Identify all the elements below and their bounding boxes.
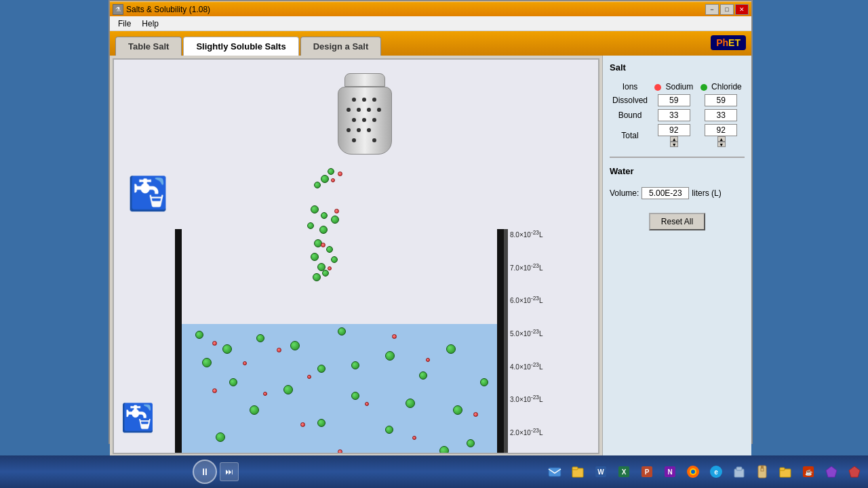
taskbar-icon-excel[interactable]: X <box>613 461 635 483</box>
taskbar-icon-files2[interactable] <box>728 461 750 483</box>
svg-marker-25 <box>826 466 837 477</box>
chloride-bound-input[interactable] <box>705 109 737 121</box>
faucet-bottom[interactable]: 🚰 <box>121 402 155 434</box>
tab-design-salt[interactable]: Design a Salt <box>300 37 382 56</box>
chloride-total-up[interactable]: ▲ <box>717 136 726 142</box>
bound-label: Bound <box>610 108 650 123</box>
svg-point-13 <box>691 470 695 474</box>
tab-slightly-soluble[interactable]: Slightly Soluble Salts <box>183 37 298 56</box>
sodium-dissolved-cell <box>650 93 697 108</box>
salt-section-title: Salt <box>610 62 745 73</box>
sodium-bound-cell <box>650 108 697 123</box>
app-icon: ⚗ <box>113 4 123 15</box>
step-button[interactable]: ⏭ <box>220 462 239 481</box>
sodium-dissolved-input[interactable] <box>658 94 690 106</box>
svg-rect-20 <box>761 468 764 471</box>
maximize-button[interactable]: □ <box>720 4 734 15</box>
scale-mark-6: 6.0×10-23L <box>510 295 542 304</box>
dissolved-label: Dissolved <box>610 93 650 108</box>
beaker-right-wall <box>497 229 504 454</box>
tab-table-salt[interactable]: Table Salt <box>115 37 182 56</box>
volume-label: Volume: <box>610 188 639 198</box>
minimize-button[interactable]: − <box>705 4 719 15</box>
scale-mark-2: 2.0×10-23L <box>510 427 542 436</box>
sodium-dot <box>654 84 661 91</box>
menu-bar: File Help <box>110 16 751 31</box>
svg-text:X: X <box>622 468 627 476</box>
sodium-total-input[interactable] <box>658 124 690 136</box>
water-section-title: Water <box>610 166 745 176</box>
chloride-total-spinner[interactable]: ▲ ▼ <box>717 136 726 147</box>
sodium-header: Sodium <box>650 81 697 93</box>
water-body <box>182 324 497 454</box>
salt-table: Ions Sodium Chloride Dissolved <box>610 81 745 148</box>
simulation-area: 🚰 🚰 <box>113 58 599 454</box>
svg-text:☕: ☕ <box>805 468 813 476</box>
svg-text:N: N <box>667 468 672 476</box>
taskbar-icon-zip[interactable] <box>751 461 773 483</box>
taskbar-icon-java[interactable]: ☕ <box>797 461 819 483</box>
phet-logo: PhET <box>711 35 746 50</box>
volume-input[interactable] <box>642 187 689 199</box>
taskbar-icon-word[interactable]: W <box>590 461 612 483</box>
taskbar-icon-ie[interactable]: e <box>705 461 727 483</box>
salt-shaker <box>324 73 406 175</box>
scale-mark-8: 8.0×10-23L <box>510 229 542 239</box>
svg-rect-2 <box>572 467 578 470</box>
sodium-total-spinner[interactable]: ▲ ▼ <box>670 136 678 147</box>
chloride-bound-cell <box>698 108 745 123</box>
svg-rect-19 <box>761 466 764 468</box>
title-bar: ⚗ Salts & Solubility (1.08) − □ ✕ <box>110 1 751 16</box>
taskbar-icon-folder[interactable] <box>774 461 796 483</box>
tab-bar: Table Salt Slightly Soluble Salts Design… <box>110 31 751 56</box>
app-window: ⚗ Salts & Solubility (1.08) − □ ✕ File H… <box>108 0 753 444</box>
chloride-dissolved-cell <box>698 93 745 108</box>
chloride-total-down[interactable]: ▼ <box>717 142 726 147</box>
sodium-total-cell: ▲ ▼ <box>650 123 697 148</box>
svg-text:W: W <box>597 468 604 476</box>
menu-file[interactable]: File <box>113 18 136 30</box>
taskbar-icon-powerpoint[interactable]: P <box>636 461 658 483</box>
chloride-header: Chloride <box>698 81 745 93</box>
chloride-dot <box>701 84 707 91</box>
scale-mark-4: 4.0×10-23L <box>510 361 542 371</box>
taskbar-icon-firefox[interactable] <box>682 461 704 483</box>
faucet-top[interactable]: 🚰 <box>127 175 168 213</box>
beaker-left-wall <box>175 229 182 454</box>
total-label: Total <box>610 123 650 148</box>
title-text: Salts & Solubility (1.08) <box>126 5 210 14</box>
svg-marker-26 <box>849 466 860 477</box>
sodium-total-up[interactable]: ▲ <box>670 136 678 142</box>
scale-mark-5: 5.0×10-23L <box>510 328 542 338</box>
close-button[interactable]: ✕ <box>735 4 749 15</box>
scale-marks: 8.0×10-23L 7.0×10-23L 6.0×10-23L 5.0×10-… <box>510 229 542 454</box>
pause-button[interactable]: ⏸ <box>193 460 217 484</box>
sodium-bound-input[interactable] <box>658 109 690 121</box>
svg-rect-22 <box>780 468 785 470</box>
chloride-total-input[interactable] <box>705 124 737 136</box>
svg-text:e: e <box>714 468 718 476</box>
ions-header: Ions <box>610 81 650 93</box>
volume-unit: liters (L) <box>692 188 721 198</box>
svg-text:P: P <box>645 468 650 476</box>
scale-mark-3: 3.0×10-23L <box>510 394 542 403</box>
scale-mark-7: 7.0×10-23L <box>510 262 542 272</box>
taskbar-icon-gem2[interactable] <box>844 461 865 483</box>
svg-rect-17 <box>736 467 742 470</box>
taskbar-icon-files[interactable] <box>567 461 589 483</box>
svg-rect-0 <box>549 468 561 476</box>
chloride-total-cell: ▲ ▼ <box>698 123 745 148</box>
reset-all-button[interactable]: Reset All <box>649 213 705 230</box>
taskbar: ⏸ ⏭ W X P N e ☕ <box>0 455 868 488</box>
main-content: 🚰 🚰 <box>110 56 751 457</box>
taskbar-icon-email[interactable] <box>544 461 566 483</box>
right-panel: Salt Ions Sodium Chloride <box>602 56 751 457</box>
taskbar-icon-gem1[interactable] <box>821 461 842 483</box>
sodium-total-down[interactable]: ▼ <box>670 142 678 147</box>
water-volume-row: Volume: liters (L) <box>610 187 745 199</box>
menu-help[interactable]: Help <box>136 18 164 30</box>
chloride-dissolved-input[interactable] <box>705 94 737 106</box>
scale-ruler <box>504 229 508 454</box>
taskbar-icon-onenote[interactable]: N <box>659 461 681 483</box>
